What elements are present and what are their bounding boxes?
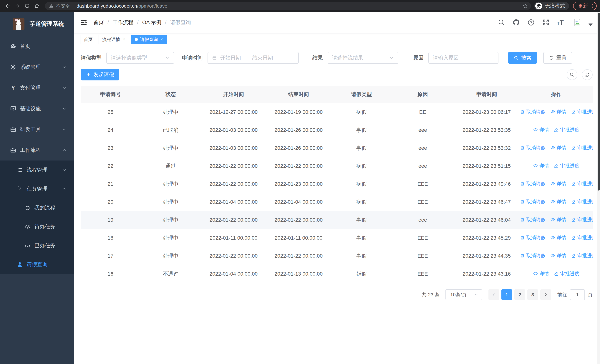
next-page-button[interactable] <box>540 289 551 300</box>
approval-progress-link[interactable]: 审批进度 <box>554 271 580 277</box>
apply-time-range-picker[interactable]: 开始日期 - 结束日期 <box>207 52 299 64</box>
search-button[interactable]: 搜索 <box>508 52 537 64</box>
reason-input[interactable]: 请输入原因 <box>428 52 498 64</box>
result-select[interactable]: 请选择流结果 <box>328 52 398 64</box>
tab-leave-query[interactable]: 请假查询× <box>131 35 167 44</box>
cancel-leave-link[interactable]: 取消请假 <box>520 198 545 205</box>
show-search-button[interactable] <box>567 69 577 80</box>
detail-link[interactable]: 详情 <box>533 271 549 277</box>
approval-progress-link[interactable]: 审批进度 <box>571 180 593 187</box>
app-logo[interactable]: 芋道管理系统 <box>0 12 74 36</box>
approval-progress-link[interactable]: 审批进度 <box>571 252 593 259</box>
create-leave-button[interactable]: 发起请假 <box>81 69 119 80</box>
reset-button[interactable]: 重置 <box>543 52 572 64</box>
table-row[interactable]: 24已取消2022-01-03 00:00:002022-01-26 00:00… <box>81 121 593 139</box>
bookmark-star-icon[interactable] <box>522 3 528 9</box>
table-row[interactable]: 23处理中2022-01-03 00:00:002022-01-26 00:00… <box>81 139 593 157</box>
detail-link[interactable]: 详情 <box>550 145 566 151</box>
sidebar-item-payment-management[interactable]: ¥支付管理 <box>0 77 74 98</box>
refresh-table-button[interactable] <box>582 69 593 80</box>
close-icon[interactable]: × <box>160 37 163 42</box>
breadcrumb-item[interactable]: 工作流程 <box>113 19 133 26</box>
cancel-leave-link[interactable]: 取消请假 <box>520 216 545 223</box>
table-row[interactable]: 18处理中2022-01-11 00:00:002022-01-11 00:00… <box>81 229 593 247</box>
column-header: 状态 <box>140 86 201 103</box>
tab-home[interactable]: 首页 <box>80 35 96 44</box>
page-size-select[interactable]: 10条/页 <box>445 289 482 300</box>
table-row[interactable]: 17处理中2022-01-22 00:00:002022-01-22 00:00… <box>81 247 593 265</box>
home-icon[interactable] <box>33 2 41 10</box>
sidebar-item-todo-tasks[interactable]: 待办任务 <box>0 217 74 236</box>
close-icon[interactable]: × <box>123 37 125 42</box>
cancel-leave-link[interactable]: 取消请假 <box>520 234 545 241</box>
approval-progress-link[interactable]: 审批进度 <box>571 109 593 115</box>
page-button-1[interactable]: 1 <box>501 289 512 300</box>
table-row[interactable]: 21处理中2022-01-22 00:00:002022-01-23 00:00… <box>81 175 593 193</box>
cancel-leave-link[interactable]: 取消请假 <box>520 109 545 115</box>
sidebar-item-my-process[interactable]: 我的流程 <box>0 198 74 217</box>
approval-progress-link[interactable]: 审批进度 <box>571 234 593 241</box>
detail-link[interactable]: 详情 <box>550 180 566 187</box>
approval-progress-link[interactable]: 审批进度 <box>571 216 593 223</box>
detail-link[interactable]: 详情 <box>550 109 566 115</box>
security-label[interactable]: 不安全 <box>56 3 70 9</box>
sidebar-collapse-icon[interactable] <box>80 19 87 26</box>
breadcrumb-item[interactable]: 首页 <box>94 19 104 26</box>
prev-page-button[interactable] <box>488 289 499 300</box>
chevron-down-icon <box>389 56 394 60</box>
page-button-2[interactable]: 2 <box>514 289 525 300</box>
approval-progress-link[interactable]: 审批进度 <box>571 145 593 151</box>
table-row[interactable]: 22通过2022-01-22 00:00:002022-01-22 00:00:… <box>81 157 593 175</box>
help-icon[interactable] <box>527 19 535 26</box>
sidebar-item-leave-query[interactable]: 请假查询 <box>0 255 74 274</box>
sidebar-item-done-tasks[interactable]: 已办任务 <box>0 236 74 255</box>
scrollbar-thumb[interactable] <box>598 13 600 191</box>
detail-link[interactable]: 详情 <box>533 163 549 169</box>
chrome-update-button[interactable]: 更新 <box>573 2 597 10</box>
breadcrumb-item[interactable]: OA 示例 <box>142 19 161 26</box>
reload-icon[interactable] <box>23 2 31 10</box>
sidebar-item-infrastructure[interactable]: 基础设施 <box>0 98 74 119</box>
detail-link[interactable]: 详情 <box>550 216 566 223</box>
url-bar[interactable]: 不安全 dashboard.yudao.iocoder.cn /bpm/oa/l… <box>45 2 531 10</box>
approval-progress-link[interactable]: 审批进度 <box>571 198 593 205</box>
sidebar-item-process-management[interactable]: 流程管理 <box>0 160 74 179</box>
detail-link[interactable]: 详情 <box>550 252 566 259</box>
table-row[interactable]: 16不通过2022-01-04 00:00:002022-01-13 00:00… <box>81 265 593 283</box>
page-button-3[interactable]: 3 <box>527 289 538 300</box>
detail-link[interactable]: 详情 <box>550 234 566 241</box>
avatar[interactable] <box>571 16 584 29</box>
leave-type-select[interactable]: 请选择请假类型 <box>106 52 174 64</box>
tab-process-detail[interactable]: 流程详情× <box>99 35 129 44</box>
page-scrollbar[interactable] <box>597 12 600 364</box>
url-path[interactable]: /bpm/oa/leave <box>137 3 167 9</box>
detail-link[interactable]: 详情 <box>533 127 549 133</box>
goto-page-input[interactable] <box>570 289 585 300</box>
browser-menu-icon[interactable] <box>591 4 594 8</box>
sidebar-item-home[interactable]: 首页 <box>0 36 74 57</box>
update-label[interactable]: 更新 <box>578 3 588 9</box>
search-icon[interactable] <box>497 19 505 26</box>
avatar-caret-icon[interactable] <box>589 23 593 26</box>
font-size-icon[interactable]: TT <box>557 19 564 26</box>
table-row[interactable]: 25处理中2021-12-27 00:00:002022-01-19 00:00… <box>81 103 593 121</box>
approval-progress-link[interactable]: 审批进度 <box>554 127 580 133</box>
sidebar-item-workflow[interactable]: 工作流程 <box>0 140 74 160</box>
cancel-leave-link[interactable]: 取消请假 <box>520 145 545 151</box>
forward-icon[interactable] <box>13 2 21 10</box>
end-date-placeholder[interactable]: 结束日期 <box>252 54 273 61</box>
cancel-leave-link[interactable]: 取消请假 <box>520 252 545 259</box>
sidebar-item-task-management[interactable]: 任务管理 <box>0 179 74 198</box>
table-row[interactable]: 20处理中2022-01-04 00:00:002022-01-04 00:00… <box>81 193 593 211</box>
start-date-placeholder[interactable]: 开始日期 <box>220 54 241 61</box>
back-icon[interactable] <box>4 2 12 10</box>
sidebar-item-system-management[interactable]: 系统管理 <box>0 57 74 77</box>
url-host[interactable]: dashboard.yudao.iocoder.cn <box>76 3 137 9</box>
fullscreen-icon[interactable] <box>542 19 550 26</box>
sidebar-item-dev-tools[interactable]: 研发工具 <box>0 119 74 140</box>
cancel-leave-link[interactable]: 取消请假 <box>520 180 545 187</box>
detail-link[interactable]: 详情 <box>550 198 566 205</box>
table-row[interactable]: 19处理中2022-01-22 00:00:002022-01-22 00:00… <box>81 211 593 229</box>
github-icon[interactable] <box>512 19 520 26</box>
approval-progress-link[interactable]: 审批进度 <box>554 163 580 169</box>
